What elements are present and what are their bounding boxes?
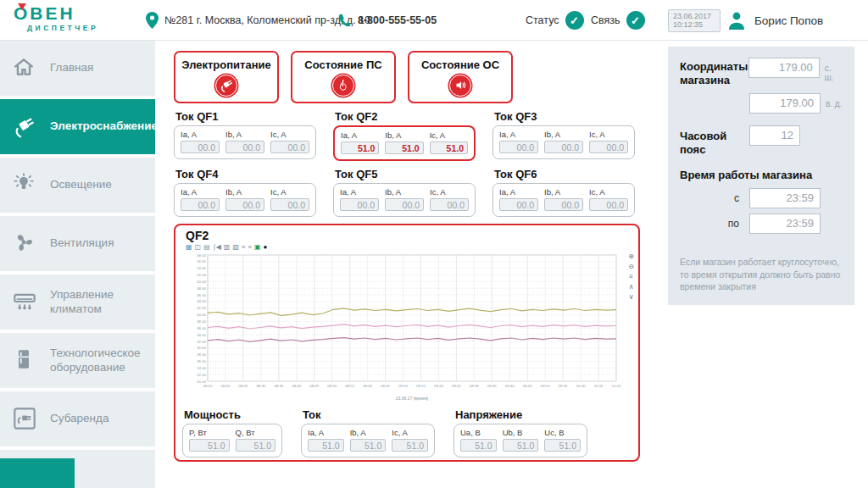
field-value: 00.0 <box>181 141 220 153</box>
field-value: 51.0 <box>189 439 230 452</box>
export-icon[interactable]: ▦ <box>186 243 192 251</box>
zoom-out-icon[interactable]: ⊖ <box>628 263 634 270</box>
svg-text:24.00: 24.00 <box>197 366 206 370</box>
to-start-icon[interactable]: ∣◀ <box>213 243 221 251</box>
field-q-вт: Q, Вт51.0 <box>236 428 276 452</box>
svg-text:50.00: 50.00 <box>197 280 206 284</box>
latitude-input[interactable]: 179.00 <box>748 58 819 78</box>
worktime-from-input[interactable]: 23:59 <box>749 188 821 208</box>
date-value: 23.06.2017 <box>673 12 715 20</box>
sidebar-item-label: Электроснабжение <box>50 119 163 133</box>
status-ok-icon: ✓ <box>565 11 584 30</box>
chart-title: QF2 <box>186 229 209 242</box>
scroll-left-icon[interactable]: « <box>242 243 245 251</box>
svg-text:08:25: 08:25 <box>239 384 248 388</box>
field-ib-a: Ib, A51.0 <box>350 428 387 452</box>
field-value: 00.0 <box>430 198 469 211</box>
field-label: Ia, A <box>499 187 538 197</box>
panel-ток-qf6: Ток QF6Ia, A00.0Ib, A00.0Ic, A00.0 <box>492 168 635 217</box>
logo-triangle-icon <box>18 3 26 10</box>
svg-text:08:55: 08:55 <box>345 384 354 388</box>
trend-chart[interactable]: 08:1508:2008:2508:3008:3508:4008:4508:50… <box>186 252 621 407</box>
sidebar-item-home[interactable]: Главная <box>0 41 155 96</box>
panel-ток-qf4: Ток QF4Ia, A00.0Ib, A00.0Ic, A00.0 <box>174 168 316 217</box>
field-ib-a: Ib, A00.0 <box>385 187 424 211</box>
location-pin-icon <box>146 12 159 29</box>
svg-text:09:15: 09:15 <box>416 384 426 388</box>
svg-text:30.00: 30.00 <box>197 346 206 350</box>
field-value: 51.0 <box>503 439 539 452</box>
field-value: 00.0 <box>544 198 583 211</box>
svg-text:52.00: 52.00 <box>197 273 206 277</box>
alarm-button-flame[interactable]: Состояние ПС <box>291 51 396 103</box>
field-label: Ic, A <box>270 130 309 139</box>
field-ia-a: Ia, A51.0 <box>308 428 344 452</box>
sidebar-item-fan[interactable]: Вентиляция <box>0 216 155 271</box>
timezone-input[interactable]: 12 <box>749 125 800 146</box>
svg-text:09:35: 09:35 <box>487 384 497 388</box>
panel-fields-box: Ia, A00.0Ib, A00.0Ic, A00.0 <box>492 125 635 159</box>
field-value: 00.0 <box>270 141 309 153</box>
alarm-button-plug[interactable]: Электропитание <box>174 51 279 103</box>
field-label: Ia, A <box>340 187 379 197</box>
sidebar-item-climate[interactable]: Управление климатом <box>0 274 155 330</box>
record-icon[interactable]: ● <box>263 243 267 251</box>
field-uc-b: Uc, B51.0 <box>544 428 581 452</box>
alarm-button-speaker[interactable]: Состояние ОС <box>408 51 513 103</box>
svg-text:09:55: 09:55 <box>559 384 568 388</box>
copy-icon[interactable]: ◫ <box>195 243 202 251</box>
field-value: 00.0 <box>544 141 583 153</box>
scroll-up-icon[interactable]: ∧ <box>629 283 634 291</box>
sidebar-item-plug[interactable]: Электроснабжение <box>0 99 155 154</box>
panel-title: Мощность <box>184 408 282 421</box>
svg-text:09:05: 09:05 <box>381 384 390 388</box>
panel-мощность: МощностьP, Вт51.0Q, Вт51.0 <box>182 408 282 458</box>
longitude-input[interactable]: 179.00 <box>749 93 821 114</box>
measurements-row: МощностьP, Вт51.0Q, Вт51.0ТокIa, A51.0Ib… <box>182 408 587 458</box>
worktime-to-input[interactable]: 23:59 <box>749 214 821 234</box>
svg-text:36.00: 36.00 <box>197 326 206 330</box>
table-icon[interactable]: ▤ <box>203 243 210 251</box>
svg-text:20.00: 20.00 <box>197 380 206 384</box>
field-label: Ic, A <box>589 130 628 139</box>
sidebar-item-sublease[interactable]: Субаренда <box>0 391 155 446</box>
scroll-down-icon[interactable]: ∨ <box>629 293 634 301</box>
grid-icon[interactable]: ▥ <box>224 243 231 251</box>
panel-title: Напряжение <box>455 408 587 421</box>
panel-fields-box: Ia, A00.0Ib, A00.0Ic, A00.0 <box>174 125 316 159</box>
datetime-box: 23.06.2017 10:12:35 <box>668 9 721 32</box>
timezone-label: Часовой пояс <box>680 125 749 158</box>
longitude-suffix: в. д. <box>826 99 842 108</box>
status-label: Статус <box>526 14 559 26</box>
sidebar-item-fridge[interactable]: Технологическое оборудование <box>0 333 155 388</box>
legend-icon[interactable]: ≡ <box>629 273 633 280</box>
phone-group: 8-800-555-55-05 <box>337 0 437 41</box>
sublease-icon <box>13 407 38 432</box>
header: ОВЕН ДИСПЕТЧЕР №281 г. Москва, Коломенск… <box>0 0 868 41</box>
run-icon[interactable]: ▣ <box>254 243 261 251</box>
zoom-area-icon[interactable]: ▧ <box>232 243 239 251</box>
svg-text:08:20: 08:20 <box>221 384 231 388</box>
sidebar-item-bulb[interactable]: Освещение <box>0 158 155 213</box>
svg-text:09:20: 09:20 <box>434 384 443 388</box>
panel-ток-qf3: Ток QF3Ia, A00.0Ib, A00.0Ic, A00.0 <box>492 110 635 161</box>
svg-text:28.00: 28.00 <box>197 352 206 357</box>
field-value: 51.0 <box>392 439 428 452</box>
field-label: Ib, A <box>544 187 583 197</box>
worktime-label: Время работы магазина <box>680 169 843 181</box>
qf-current-grid: Ток QF1Ia, A00.0Ib, A00.0Ic, A00.0Ток QF… <box>174 110 635 217</box>
field-label: Ia, A <box>181 187 220 197</box>
svg-text:44.00: 44.00 <box>197 299 206 303</box>
panel-ток: ТокIa, A51.0Ib, A51.0Ic, A51.0 <box>301 408 435 458</box>
zoom-in-icon[interactable]: ⊕ <box>628 252 634 260</box>
scroll-right-icon[interactable]: » <box>248 243 251 251</box>
home-icon <box>13 56 38 81</box>
alarm-button-label: Состояние ПС <box>304 58 381 71</box>
chart-toolbar: ▦◫▤∣◀▥▧«»▣● <box>186 243 267 251</box>
svg-text:08:45: 08:45 <box>309 384 319 388</box>
svg-text:09:40: 09:40 <box>505 384 515 388</box>
svg-text:32.00: 32.00 <box>197 340 206 344</box>
worktime-from-label: с <box>680 188 749 204</box>
svg-text:10:05: 10:05 <box>594 384 604 388</box>
panel-напряжение: НапряжениеUa, B51.0Ub, B51.0Uc, B51.0 <box>453 408 587 458</box>
